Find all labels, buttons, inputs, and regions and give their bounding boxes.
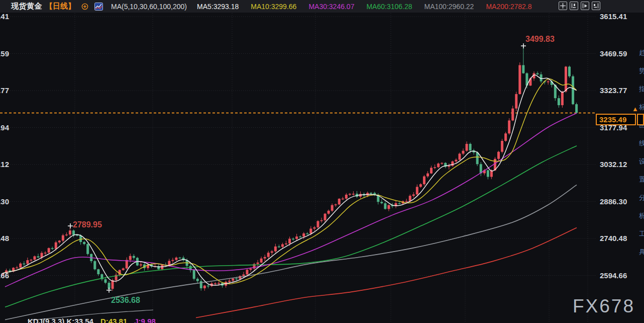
trading-app-window: 3499.832789.952536.68 现货黄金 【日线】 MA(5,10,… <box>0 0 644 323</box>
y-axis-tick-left: 2886.30 <box>0 197 9 206</box>
chart-header: 现货黄金 【日线】 MA(5,10,30,60,100,200) MA5:329… <box>0 0 644 13</box>
right-edge-menu-strip: 趋势指标画线设置分析工具 <box>639 48 644 265</box>
period-label[interactable]: 【日线】 <box>45 2 75 11</box>
y-axis-tick-right: 2740.48 <box>600 234 627 243</box>
edge-menu-item[interactable]: 标 <box>639 103 644 112</box>
edge-menu-item[interactable]: 趋 <box>639 48 644 57</box>
kdj-indicator-row: KDJ(9,3,3) K:33.54D:43.81J:9.98 <box>28 317 163 323</box>
y-axis-tick-left: 2740.48 <box>0 234 9 243</box>
y-axis-tick-left: 3177.94 <box>0 123 9 132</box>
price-up-arrow-icon: ▲ <box>632 105 638 113</box>
y-axis-tick-right: 3032.12 <box>600 160 627 169</box>
edge-menu-item[interactable]: 势 <box>639 66 644 75</box>
candlestick-chart-icon[interactable] <box>94 3 103 11</box>
symbol-title: 现货黄金 <box>11 2 42 11</box>
watermark: FX678 <box>573 296 635 317</box>
ma-value: MA100:2960.22 <box>424 3 474 11</box>
kdj-k-value: KDJ(9,3,3) K:33.54 <box>28 317 93 323</box>
chart-svg[interactable]: 3499.832789.952536.68 <box>0 0 644 323</box>
edge-menu-item[interactable]: 分 <box>639 193 644 202</box>
y-axis-tick-left: 3615.41 <box>0 12 9 21</box>
kdj-d-value: D:43.81 <box>100 317 127 323</box>
edge-menu-item[interactable]: 设 <box>639 157 644 166</box>
edge-menu-item[interactable]: 指 <box>639 85 644 94</box>
y-axis-tick-left: 3323.77 <box>0 86 9 95</box>
ma-value: MA30:3246.07 <box>308 3 354 11</box>
ma-value: MA200:2782.8 <box>486 3 531 11</box>
price-annotation: 3499.83 <box>525 35 555 43</box>
current-price-label: 3235.49 <box>596 114 636 125</box>
y-axis-tick-right: 2886.30 <box>600 197 627 206</box>
y-axis-tick-left: 2594.66 <box>0 271 9 280</box>
y-axis-tick-right: 3615.41 <box>600 12 627 21</box>
y-axis-tick-left: 3469.59 <box>0 49 9 58</box>
axis-play-icon[interactable] <box>581 2 589 10</box>
chart-toolbar <box>559 2 600 10</box>
circle-plus-icon[interactable] <box>81 3 88 10</box>
ma-settings-label[interactable]: MA(5,10,30,60,100,200) <box>111 3 187 11</box>
axis-zoom-left-icon[interactable] <box>570 2 578 10</box>
axis-shift-right-icon[interactable] <box>592 2 600 10</box>
edge-menu-item[interactable]: 置 <box>639 175 644 184</box>
y-axis-tick-right: 3469.59 <box>600 49 627 58</box>
ma-value: MA5:3293.18 <box>197 3 239 11</box>
move-crosshair-icon[interactable] <box>559 2 567 10</box>
price-annotation: 2789.95 <box>73 220 102 229</box>
ma-value: MA60:3106.28 <box>366 3 412 11</box>
ma-value: MA10:3299.66 <box>251 3 296 11</box>
edge-menu-item[interactable]: 线 <box>639 139 644 148</box>
y-axis-tick-right: 3323.77 <box>600 86 627 95</box>
edge-menu-item[interactable]: 工 <box>639 229 644 238</box>
price-annotation: 2536.68 <box>111 296 140 304</box>
edge-price-fragment <box>637 114 644 125</box>
y-axis-tick-right: 2594.66 <box>600 271 627 280</box>
edge-menu-item[interactable]: 具 <box>639 248 644 257</box>
ma-values: MA5:3293.18MA10:3299.66MA30:3246.07MA60:… <box>197 3 531 11</box>
y-axis-tick-left: 3032.12 <box>0 160 9 169</box>
kdj-j-value: J:9.98 <box>134 317 156 323</box>
edge-menu-item[interactable]: 析 <box>639 211 644 220</box>
